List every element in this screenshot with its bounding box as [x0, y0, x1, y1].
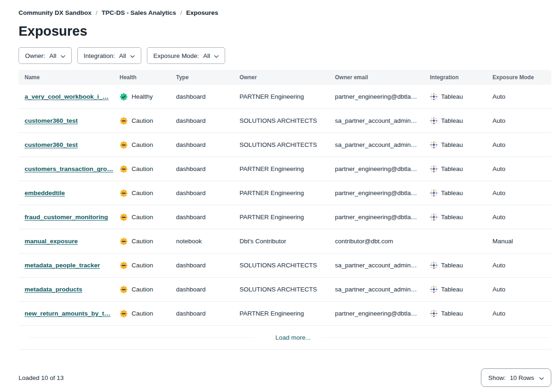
owner-cell: SOLUTIONS ARCHITECTS — [233, 262, 329, 269]
breadcrumb-link-environment[interactable]: TPC-DS - Sales Analytics — [101, 9, 176, 16]
page-title: Exposures — [19, 24, 551, 39]
filter-integration-value: All — [119, 52, 126, 59]
exposure-name-link[interactable]: customers_transaction_gro… — [25, 165, 113, 172]
owner-email-cell: contributor@dbt.com — [329, 238, 424, 245]
type-cell: dashboard — [170, 190, 233, 196]
exposure-mode-cell: Auto — [486, 286, 551, 293]
loaded-status: Loaded 10 of 13 — [19, 374, 64, 381]
health-cell: Caution — [114, 285, 170, 294]
type-cell: dashboard — [170, 310, 233, 317]
type-cell: dashboard — [170, 117, 233, 124]
owner-cell: SOLUTIONS ARCHITECTS — [233, 117, 329, 124]
exposure-name-link[interactable]: metadata_people_tracker — [25, 262, 100, 269]
filter-exposure-mode-label: Exposure Mode: — [153, 52, 199, 59]
column-header-name: Name — [19, 74, 114, 81]
integration-cell: Tableau — [424, 165, 486, 173]
column-header-owner: Owner — [233, 74, 329, 81]
chevron-down-icon — [61, 52, 65, 59]
chevron-down-icon — [539, 374, 544, 381]
owner-email-cell: sa_partner_account_admin… — [329, 141, 424, 148]
owner-email-cell: partner_engineering@dbtla… — [329, 310, 424, 317]
exposure-name-link[interactable]: new_return_amounts_by_t… — [25, 310, 110, 317]
filter-integration[interactable]: Integration:All — [77, 47, 142, 64]
tableau-icon — [430, 261, 438, 269]
filter-bar: Owner:All Integration:All Exposure Mode:… — [19, 47, 551, 64]
table-row: metadata_people_tracker Caution dashboar… — [19, 253, 551, 278]
health-cell: Caution — [114, 189, 170, 197]
exposure-name-link[interactable]: customer360_test — [25, 141, 78, 148]
integration-cell: Tableau — [424, 285, 486, 293]
health-badge — [120, 261, 128, 270]
health-label: Caution — [132, 214, 153, 221]
show-rows-value: 10 Rows — [510, 374, 534, 381]
owner-email-cell: sa_partner_account_admin… — [329, 286, 424, 293]
exposure-name-link[interactable]: fraud_customer_monitoring — [25, 214, 108, 221]
integration-label: Tableau — [441, 165, 463, 172]
integration-label: Tableau — [441, 310, 463, 317]
exposure-name-link[interactable]: metadata_products — [25, 286, 82, 293]
filter-owner[interactable]: Owner:All — [19, 47, 72, 64]
health-badge — [120, 285, 128, 294]
exposure-name-link[interactable]: customer360_test — [25, 117, 78, 124]
exposure-name-link[interactable]: manual_exposure — [25, 238, 78, 245]
show-rows-label: Show: — [488, 374, 506, 381]
owner-email-cell: sa_partner_account_admin… — [329, 262, 424, 269]
load-more-link[interactable]: Load more... — [276, 334, 311, 341]
table-row: customers_transaction_gro… Caution dashb… — [19, 157, 551, 181]
owner-cell: PARTNER Engineering — [233, 214, 329, 221]
health-label: Caution — [132, 141, 153, 148]
owner-email-cell: sa_partner_account_admin… — [329, 117, 424, 124]
health-cell: Caution — [114, 141, 170, 149]
table-row: a_very_cool_workbook_i_… Healthy dashboa… — [19, 85, 551, 109]
exposure-mode-cell: Manual — [486, 238, 551, 245]
integration-label: Tableau — [441, 262, 463, 269]
integration-label: Tableau — [441, 286, 463, 293]
owner-email-cell: partner_engineering@dbtla… — [329, 190, 424, 196]
table-row: fraud_customer_monitoring Caution dashbo… — [19, 205, 551, 229]
tableau-icon — [430, 165, 438, 173]
chevron-down-icon — [130, 52, 135, 59]
type-cell: dashboard — [170, 214, 233, 221]
owner-cell: SOLUTIONS ARCHITECTS — [233, 286, 329, 293]
filter-exposure-mode[interactable]: Exposure Mode:All — [147, 47, 225, 64]
tableau-icon — [430, 189, 438, 197]
exposure-mode-cell: Auto — [486, 93, 551, 100]
health-label: Caution — [132, 165, 153, 172]
column-header-type: Type — [170, 74, 233, 81]
filter-integration-label: Integration: — [84, 52, 115, 59]
owner-cell: PARTNER Engineering — [233, 165, 329, 172]
exposure-name-link[interactable]: embeddedtile — [25, 190, 65, 196]
exposure-mode-cell: Auto — [486, 310, 551, 317]
type-cell: dashboard — [170, 93, 233, 100]
table-row: manual_exposure Caution notebook Dbt's C… — [19, 229, 551, 253]
health-badge — [120, 237, 128, 246]
health-badge — [120, 165, 128, 173]
type-cell: notebook — [170, 238, 233, 245]
breadcrumb: Community DX Sandbox / TPC-DS - Sales An… — [19, 9, 551, 16]
health-label: Caution — [132, 262, 153, 269]
filter-exposure-mode-value: All — [203, 52, 210, 59]
integration-label: Tableau — [441, 141, 463, 148]
health-badge — [120, 117, 128, 125]
exposure-mode-cell: Auto — [486, 117, 551, 124]
exposure-mode-cell: Auto — [486, 190, 551, 196]
health-cell: Caution — [114, 213, 170, 221]
tableau-icon — [430, 213, 438, 221]
exposure-name-link[interactable]: a_very_cool_workbook_i_… — [25, 93, 109, 100]
divider — [322, 337, 549, 338]
owner-email-cell: partner_engineering@dbtla… — [329, 93, 424, 100]
show-rows-dropdown[interactable]: Show: 10 Rows — [481, 368, 551, 387]
breadcrumb-link-project[interactable]: Community DX Sandbox — [19, 9, 92, 16]
health-label: Caution — [132, 238, 153, 245]
health-badge — [120, 93, 128, 101]
integration-cell: Tableau — [424, 213, 486, 221]
column-header-health: Health — [114, 74, 170, 81]
health-label: Caution — [132, 310, 153, 317]
filter-owner-value: All — [50, 52, 57, 59]
integration-cell: Tableau — [424, 261, 486, 269]
column-header-exposure-mode: Exposure Mode — [486, 74, 551, 81]
tableau-icon — [430, 141, 438, 149]
integration-cell: Tableau — [424, 310, 486, 317]
column-header-integration: Integration — [424, 74, 486, 81]
table-header-row: Name Health Type Owner Owner email Integ… — [19, 70, 551, 85]
